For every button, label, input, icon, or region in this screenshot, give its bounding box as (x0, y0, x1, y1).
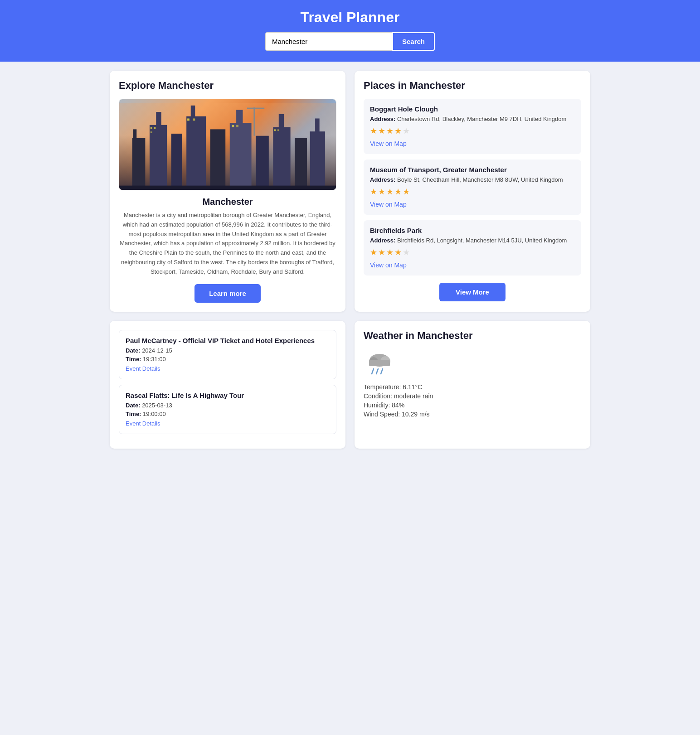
weather-condition: Condition: moderate rain (364, 392, 581, 400)
event-details-link-1[interactable]: Event Details (126, 365, 160, 372)
star-2-3: ★ (386, 187, 394, 197)
svg-rect-22 (232, 125, 234, 127)
event-item-1: Paul McCartney - Official VIP Ticket and… (119, 330, 336, 379)
place-item-2: Museum of Transport, Greater Manchester … (364, 160, 581, 215)
weather-title: Weather in Manchester (364, 330, 581, 342)
star-2-2: ★ (378, 187, 385, 197)
star-3-2: ★ (378, 247, 385, 257)
weather-card: Weather in Manchester Temperature: 6.11°… (355, 321, 590, 449)
place-item: Boggart Hole Clough Address: Charlestown… (364, 99, 581, 154)
svg-rect-1 (132, 138, 146, 190)
svg-rect-19 (151, 131, 152, 133)
view-map-link-1[interactable]: View on Map (370, 140, 407, 147)
svg-line-36 (381, 369, 383, 374)
svg-rect-8 (210, 129, 225, 190)
star-1-3: ★ (386, 126, 394, 136)
svg-rect-10 (236, 110, 243, 124)
view-map-link-2[interactable]: View on Map (370, 201, 407, 208)
star-3-1: ★ (370, 247, 377, 257)
event-time-1: Time: 19:31:00 (126, 356, 330, 363)
skyline-svg (119, 103, 336, 190)
view-map-link-3[interactable]: View on Map (370, 261, 407, 269)
svg-rect-13 (279, 114, 284, 128)
city-image-wrapper (119, 99, 336, 190)
main-grid: Explore Manchester (101, 62, 599, 458)
svg-rect-26 (119, 185, 336, 190)
svg-rect-6 (186, 116, 206, 190)
place-stars-2: ★ ★ ★ ★ ★ (370, 187, 575, 197)
weather-icon (364, 349, 395, 376)
svg-rect-12 (273, 127, 290, 190)
svg-rect-4 (156, 112, 161, 126)
event-details-link-2[interactable]: Event Details (126, 420, 160, 427)
event-item-2: Rascal Flatts: Life Is A Highway Tour Da… (119, 385, 336, 434)
svg-rect-33 (369, 360, 390, 366)
place-stars-1: ★ ★ ★ ★ ★ (370, 126, 575, 136)
star-2-5: ★ (403, 187, 410, 197)
city-image (119, 99, 336, 190)
svg-rect-18 (154, 127, 156, 129)
place-address-3: Address: Birchfields Rd, Longsight, Manc… (370, 237, 575, 244)
event-name-1: Paul McCartney - Official VIP Ticket and… (126, 337, 330, 344)
svg-rect-5 (171, 134, 182, 190)
event-date-2: Date: 2025-03-13 (126, 402, 330, 409)
svg-rect-2 (133, 129, 137, 139)
star-1-2: ★ (378, 126, 385, 136)
app-header: Travel Planner Search (0, 0, 700, 62)
svg-rect-3 (150, 125, 167, 190)
svg-rect-21 (193, 118, 195, 121)
svg-rect-7 (191, 106, 195, 117)
svg-line-35 (376, 369, 378, 374)
star-2-4: ★ (394, 187, 402, 197)
svg-rect-14 (295, 138, 307, 190)
place-name-1: Boggart Hole Clough (370, 105, 575, 113)
weather-icon-wrapper (364, 349, 581, 378)
svg-rect-17 (151, 127, 152, 129)
weather-wind: Wind Speed: 10.29 m/s (364, 411, 581, 418)
view-more-button[interactable]: View More (439, 283, 506, 301)
place-stars-3: ★ ★ ★ ★ ★ (370, 247, 575, 257)
event-time-2: Time: 19:00:00 (126, 411, 330, 417)
places-title: Places in Manchester (364, 80, 581, 92)
place-name-2: Museum of Transport, Greater Manchester (370, 166, 575, 174)
events-card: Paul McCartney - Official VIP Ticket and… (110, 321, 345, 449)
event-name-2: Rascal Flatts: Life Is A Highway Tour (126, 392, 330, 399)
svg-rect-24 (274, 129, 276, 131)
star-3-5: ★ (403, 247, 410, 257)
city-name: Manchester (119, 197, 336, 207)
place-address-2: Address: Boyle St, Cheetham Hill, Manche… (370, 176, 575, 183)
places-card: Places in Manchester Boggart Hole Clough… (355, 71, 590, 312)
place-address-1: Address: Charlestown Rd, Blackley, Manch… (370, 116, 575, 122)
star-3-4: ★ (394, 247, 402, 257)
star-3-3: ★ (386, 247, 394, 257)
star-1-1: ★ (370, 126, 377, 136)
search-input[interactable] (265, 32, 392, 51)
place-name-3: Birchfields Park (370, 227, 575, 234)
place-item-3: Birchfields Park Address: Birchfields Rd… (364, 220, 581, 276)
svg-line-34 (372, 369, 374, 374)
svg-rect-9 (230, 123, 252, 190)
svg-rect-23 (236, 125, 238, 127)
star-2-1: ★ (370, 187, 377, 197)
search-row: Search (7, 32, 693, 51)
weather-humidity: Humidity: 84% (364, 401, 581, 409)
explore-title: Explore Manchester (119, 80, 336, 92)
app-title: Travel Planner (7, 9, 693, 26)
svg-rect-20 (187, 118, 190, 121)
svg-rect-11 (256, 136, 269, 190)
svg-rect-27 (253, 107, 255, 135)
weather-temperature: Temperature: 6.11°C (364, 383, 581, 391)
svg-rect-25 (277, 129, 279, 131)
svg-rect-16 (315, 118, 320, 132)
event-date-1: Date: 2024-12-15 (126, 347, 330, 354)
city-description: Manchester is a city and metropolitan bo… (119, 211, 336, 277)
search-button[interactable]: Search (392, 32, 435, 51)
svg-rect-15 (310, 131, 325, 190)
explore-card: Explore Manchester (110, 71, 345, 312)
learn-more-button[interactable]: Learn more (194, 284, 261, 303)
star-1-4: ★ (394, 126, 402, 136)
star-1-5: ★ (403, 126, 410, 136)
